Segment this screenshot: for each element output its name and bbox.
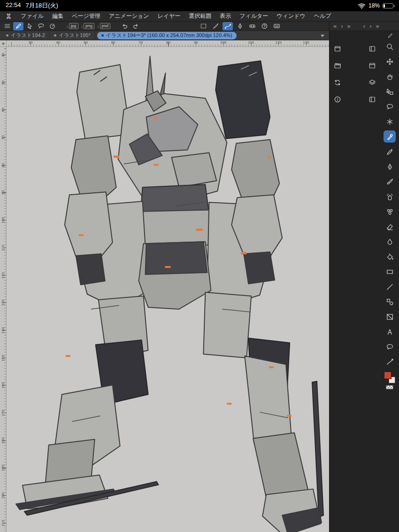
dock-quick-access[interactable] — [367, 43, 378, 54]
dock-info[interactable] — [332, 94, 343, 105]
tool-lasso-shortcut[interactable] — [36, 22, 46, 30]
mask-button[interactable] — [247, 22, 257, 30]
tool-fill[interactable] — [384, 251, 396, 263]
menu-item[interactable]: レイヤー — [153, 12, 184, 20]
ruler-snap-button[interactable] — [210, 22, 221, 30]
menu-item[interactable]: ヘルプ — [310, 12, 336, 20]
ruler-number: 50 — [72, 40, 100, 45]
tool-balloon-select[interactable] — [384, 100, 396, 113]
tool-pen[interactable] — [384, 160, 396, 173]
tool-blend[interactable] — [384, 236, 396, 248]
document-area: jpg png psd — [0, 22, 330, 532]
marquee-icon — [200, 23, 207, 30]
tool-object[interactable] — [384, 85, 396, 98]
progress-gauge[interactable] — [47, 22, 57, 30]
tool-zoom[interactable] — [384, 40, 396, 53]
ruler-number: 130 — [292, 40, 320, 45]
collapse-chevron-icon[interactable]: › — [369, 22, 371, 30]
document-tab[interactable]: イラスト194ー3* (160.00 x 254.07mm 300dpi 120… — [97, 32, 237, 39]
layers-icon — [368, 79, 376, 86]
export-badge[interactable]: jpg — [66, 23, 78, 29]
cursor-icon — [26, 23, 33, 30]
menu-item[interactable]: 表示 — [215, 12, 235, 20]
gradient-icon — [386, 268, 394, 276]
collapse-chevron-icon[interactable]: ‹ — [363, 22, 365, 30]
tool-marker[interactable] — [384, 145, 396, 158]
clip-studio-logo-icon — [5, 12, 13, 20]
status-bar: 22:54 7月18日(火) 18% — [0, 0, 399, 11]
tool-figure[interactable] — [384, 296, 396, 308]
canvas[interactable] — [7, 47, 329, 532]
ruler-number: 60 — [100, 40, 127, 45]
dock-transform[interactable] — [332, 77, 343, 88]
ruler-number: 100 — [210, 40, 238, 45]
menu-item[interactable]: 選択範囲 — [184, 12, 215, 20]
figure-icon — [386, 298, 394, 306]
tool-hand[interactable] — [384, 70, 396, 83]
dock-navigator[interactable] — [367, 94, 378, 105]
toolbar-left-group — [2, 22, 57, 30]
zoom-icon — [386, 43, 394, 51]
document-tab[interactable]: イラスト194-2 — [2, 32, 50, 39]
menu-item[interactable]: アニメーション — [105, 12, 153, 20]
pen-pressure-button[interactable] — [235, 22, 245, 30]
bucket-icon — [386, 253, 394, 261]
collapse-chevron-icon[interactable]: » — [376, 22, 379, 30]
tool-brush[interactable] — [384, 175, 396, 188]
selection-marquee-button[interactable] — [198, 22, 208, 30]
collapse-chevron-icon[interactable]: « — [333, 22, 337, 30]
collapse-chevron-icon[interactable]: » — [347, 22, 351, 30]
tool-auto-select[interactable] — [384, 115, 396, 128]
dock-animation[interactable] — [332, 60, 343, 71]
tool-frame[interactable] — [384, 311, 396, 323]
menu-item[interactable]: ファイル — [16, 12, 48, 20]
menu-item[interactable]: フィルター — [235, 12, 272, 20]
help-button[interactable] — [259, 22, 269, 30]
star-icon — [386, 118, 394, 126]
panel-icon — [368, 62, 376, 69]
export-badge[interactable]: psd — [97, 23, 110, 29]
redo-button[interactable] — [130, 22, 141, 30]
transparent-color-swatch[interactable] — [386, 385, 393, 389]
tabs: イラスト194-2 イラスト195* イラスト194ー3* (160.00 x … — [2, 32, 237, 39]
dock-canvas-view[interactable] — [332, 43, 343, 54]
collapse-chevron-icon[interactable]: › — [341, 22, 343, 30]
main-color-swatch[interactable] — [384, 372, 391, 379]
main-menu-button[interactable] — [2, 22, 12, 30]
tool-line[interactable] — [384, 281, 396, 293]
top-ruler-numbers: 30 40 50 60 70 80 90 100 110 120 130 — [7, 40, 320, 45]
ruler-number: 200 — [0, 493, 7, 499]
tool-cursor-shortcut[interactable] — [24, 22, 35, 30]
tool-text[interactable] — [384, 326, 396, 338]
shortcut-bar-button[interactable] — [271, 22, 282, 30]
tool-decoration[interactable] — [384, 205, 396, 218]
spray-icon — [386, 193, 394, 201]
export-badge[interactable]: png — [81, 23, 95, 29]
ruler-number: 80 — [0, 162, 7, 168]
mecha-illustration — [7, 47, 329, 532]
ruler-number: 40 — [44, 40, 72, 45]
unsaved-dot — [101, 34, 104, 37]
tool-eyedropper[interactable] — [384, 130, 396, 143]
palette-dock-column-2 — [364, 39, 380, 532]
pattern-icon — [386, 208, 394, 216]
tool-move[interactable] — [384, 55, 396, 68]
dock-layers[interactable] — [367, 77, 378, 88]
undo-button[interactable] — [119, 22, 130, 30]
tool-eraser[interactable] — [384, 220, 396, 233]
edit-pencil-icon[interactable] — [387, 32, 393, 38]
document-tab[interactable]: イラスト195* — [50, 32, 95, 39]
balloon-icon — [386, 103, 394, 111]
tool-speech-balloon[interactable] — [384, 341, 396, 353]
menu-item[interactable]: ウィンドウ — [272, 12, 309, 20]
tool-airbrush[interactable] — [384, 190, 396, 203]
menu-item[interactable]: 編集 — [48, 12, 68, 20]
tool-correction[interactable] — [384, 356, 396, 368]
tool-gradient[interactable] — [384, 266, 396, 278]
command-toolbar: jpg png psd — [0, 22, 329, 31]
dock-sub-tool[interactable] — [367, 60, 378, 71]
stroke-stabilize-button[interactable] — [223, 22, 233, 30]
tab-overflow-chevron-down-icon[interactable] — [321, 35, 324, 37]
menu-item[interactable]: ページ管理 — [68, 12, 105, 20]
tool-pen-shortcut[interactable] — [13, 22, 23, 30]
